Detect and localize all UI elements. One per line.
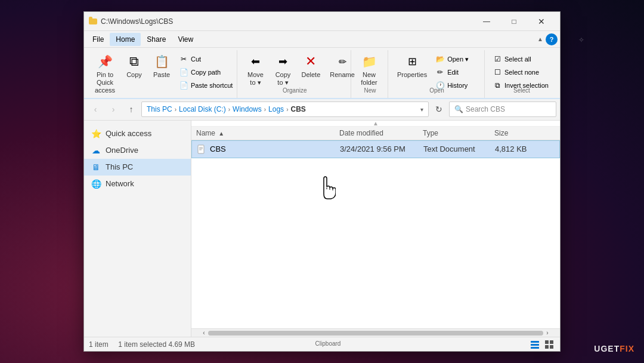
paste-shortcut-icon: 📄 [179, 81, 188, 90]
scroll-right-button[interactable]: › [543, 329, 552, 337]
clipboard-group-label: Clipboard [90, 339, 566, 349]
ribbon-group-select: ☑ Select all ☐ Select none ⧉ Invert sele… [486, 50, 558, 98]
main-content: ⭐ Quick access ☁ OneDrive 🖥 This PC 🌐 Ne… [84, 121, 560, 337]
cut-label: Cut [191, 56, 201, 63]
delete-icon: ✕ [302, 53, 319, 70]
minimize-button[interactable]: — [473, 12, 500, 31]
file-cell-type-cbs: Text Document [419, 141, 490, 157]
paste-shortcut-button[interactable]: 📄 Paste shortcut [176, 79, 236, 92]
forward-button[interactable]: › [106, 101, 121, 117]
organize-group-label: Organize [239, 86, 351, 96]
select-all-button[interactable]: ☑ Select all [490, 53, 554, 66]
ribbon-group-new: 📁 Newfolder New [352, 50, 388, 98]
edit-label: Edit [447, 69, 459, 76]
select-all-label: Select all [504, 56, 531, 63]
file-row-cbs[interactable]: CBS 3/24/2021 9:56 PM Text Document 4,81… [191, 140, 560, 158]
maximize-button[interactable]: □ [500, 12, 528, 31]
breadcrumb-dropdown-icon[interactable]: ▾ [420, 106, 423, 113]
watermark: UGETFIX [594, 344, 634, 353]
col-size-header[interactable]: Size [490, 127, 560, 140]
title-bar-path: C:\Windows\Logs\CBS [101, 17, 473, 26]
sidebar: ⭐ Quick access ☁ OneDrive 🖥 This PC 🌐 Ne… [84, 121, 191, 337]
paste-shortcut-label: Paste shortcut [191, 82, 233, 89]
cut-button[interactable]: ✂ Cut [176, 53, 236, 66]
col-name-label: Name [196, 129, 215, 137]
new-folder-button[interactable]: 📁 Newfolder [356, 50, 382, 90]
search-bar[interactable]: 🔍 Search CBS [449, 101, 556, 117]
menu-file[interactable]: File [86, 33, 110, 46]
search-icon: 🔍 [454, 105, 463, 113]
open-icon: 📂 [435, 54, 445, 64]
sidebar-item-onedrive[interactable]: ☁ OneDrive [84, 142, 191, 159]
sidebar-item-network[interactable]: 🌐 Network [84, 176, 191, 192]
scroll-track [208, 331, 543, 336]
this-pc-label: This PC [106, 162, 133, 171]
menu-home[interactable]: Home [110, 33, 141, 46]
copy-to-label: Copyto ▾ [275, 71, 291, 87]
help-button[interactable]: ? [546, 33, 558, 45]
title-bar-controls: — □ ✕ [473, 12, 555, 31]
window-folder-icon [89, 19, 97, 24]
select-none-icon: ☐ [493, 67, 502, 77]
copy-button[interactable]: ⧉ Copy [121, 50, 147, 82]
file-name-cbs: CBS [210, 144, 226, 153]
edit-button[interactable]: ✏ Edit [432, 66, 472, 79]
copy-label: Copy [126, 71, 142, 79]
close-button[interactable]: ✕ [528, 12, 555, 31]
breadcrumb-this-pc[interactable]: This PC [147, 105, 172, 113]
move-to-button[interactable]: ⬅ Moveto ▾ [242, 50, 268, 90]
this-pc-icon: 🖥 [91, 162, 101, 172]
copy-path-button[interactable]: 📄 Copy path [176, 66, 236, 79]
sidebar-item-quick-access[interactable]: ⭐ Quick access [84, 125, 191, 142]
select-group-label: Select [486, 86, 558, 96]
up-button[interactable]: ↑ [123, 101, 139, 117]
back-button[interactable]: ‹ [88, 101, 103, 117]
svg-rect-0 [198, 145, 204, 153]
pin-to-quick-access-button[interactable]: 📌 Pin to Quickaccess [90, 50, 120, 98]
cut-icon: ✂ [179, 54, 188, 64]
col-size-label: Size [494, 129, 508, 137]
horizontal-scrollbar[interactable]: ‹ › [191, 328, 560, 337]
breadcrumb-windows[interactable]: Windows [233, 105, 262, 113]
delete-button[interactable]: ✕ Delete [297, 50, 324, 82]
quick-access-label: Quick access [106, 129, 151, 138]
col-name-header[interactable]: Name ▲ [191, 127, 335, 140]
sidebar-item-this-pc[interactable]: 🖥 This PC [84, 159, 191, 176]
paste-button[interactable]: 📋 Paste [148, 50, 175, 82]
ribbon-group-open: ⊞ Properties 📂 Open ▾ ✏ Edit � [389, 50, 485, 98]
network-icon: 🌐 [91, 179, 101, 189]
breadcrumb-local-disk[interactable]: Local Disk (C:) [179, 105, 226, 113]
refresh-button[interactable]: ↻ [431, 101, 447, 117]
breadcrumb-bar[interactable]: This PC › Local Disk (C:) › Windows › Lo… [141, 101, 429, 117]
title-bar-icons [89, 19, 97, 24]
menu-view[interactable]: View [172, 33, 199, 46]
ribbon-toggle-icon[interactable]: ▲ [537, 36, 543, 42]
select-none-button[interactable]: ☐ Select none [490, 66, 554, 79]
properties-icon: ⊞ [404, 53, 420, 70]
edit-icon: ✏ [435, 67, 445, 77]
move-to-label: Moveto ▾ [247, 71, 264, 87]
rename-icon: ✏ [334, 53, 351, 70]
breadcrumb-cbs: CBS [290, 105, 305, 113]
col-date-label: Date modified [339, 129, 383, 137]
scroll-left-button[interactable]: ‹ [200, 329, 208, 337]
breadcrumb-logs[interactable]: Logs [268, 105, 284, 113]
open-group-label: Open [389, 86, 484, 96]
network-label: Network [106, 179, 134, 188]
col-type-header[interactable]: Type [418, 127, 490, 140]
clipboard-small-buttons: ✂ Cut 📄 Copy path 📄 Paste shortcut [176, 53, 236, 92]
new-folder-label: Newfolder [361, 71, 377, 87]
pin-icon: 📌 [97, 53, 113, 70]
properties-button[interactable]: ⊞ Properties [393, 50, 431, 82]
copy-to-button[interactable]: ➡ Copyto ▾ [270, 50, 296, 90]
file-area: ▲ Name ▲ Date modified Type Size [191, 121, 560, 337]
address-bar: ‹ › ↑ This PC › Local Disk (C:) › Window… [84, 99, 560, 121]
menu-share[interactable]: Share [141, 33, 172, 46]
breadcrumb-sep-3: › [264, 106, 266, 113]
ribbon-group-organize: ⬅ Moveto ▾ ➡ Copyto ▾ ✕ Delete ✏ Rename [239, 50, 351, 98]
open-button[interactable]: 📂 Open ▾ [432, 53, 472, 66]
col-date-header[interactable]: Date modified [335, 127, 418, 140]
scroll-thumb[interactable] [208, 331, 543, 336]
paste-icon: 📋 [153, 53, 170, 70]
breadcrumb-sep-2: › [228, 106, 230, 113]
